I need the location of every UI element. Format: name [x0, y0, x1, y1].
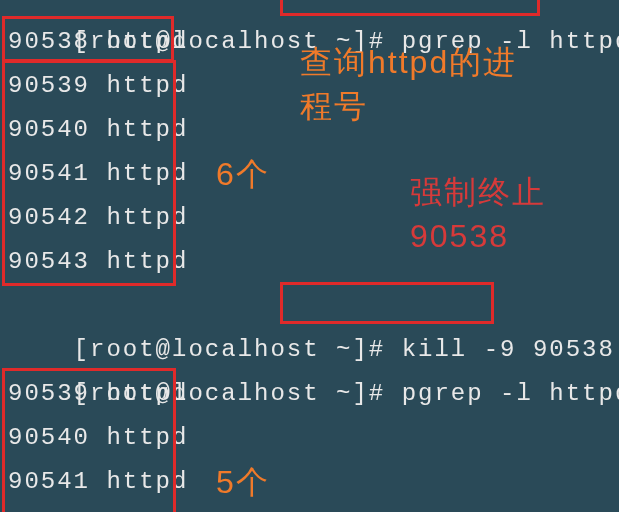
annotation-kill-line2: 90538	[410, 214, 509, 258]
output-row: 90539 httpd	[8, 372, 188, 416]
output-row: 90540 httpd	[8, 416, 188, 460]
annotation-query-line2: 程号	[300, 84, 368, 128]
output-row: 90543 httpd	[8, 240, 188, 284]
output-row: 90540 httpd	[8, 108, 188, 152]
command-pgrep-2: pgrep -l httpd	[402, 380, 619, 407]
annotation-count-second: 5个	[216, 460, 270, 504]
annotation-kill-line1: 强制终止	[410, 170, 546, 214]
output-row: 90541 httpd	[8, 152, 188, 196]
annotation-query-line1: 查询httpd的进	[300, 40, 517, 84]
annotation-count-first: 6个	[216, 152, 270, 196]
output-row: 90539 httpd	[8, 64, 188, 108]
output-row: 90542 httpd	[8, 504, 188, 512]
output-row: 90541 httpd	[8, 460, 188, 504]
terminal: [root@localhost ~]# pgrep -l httpd 90538…	[0, 0, 619, 512]
output-row: 90542 httpd	[8, 196, 188, 240]
output-row: 90538 httpd	[8, 20, 188, 64]
